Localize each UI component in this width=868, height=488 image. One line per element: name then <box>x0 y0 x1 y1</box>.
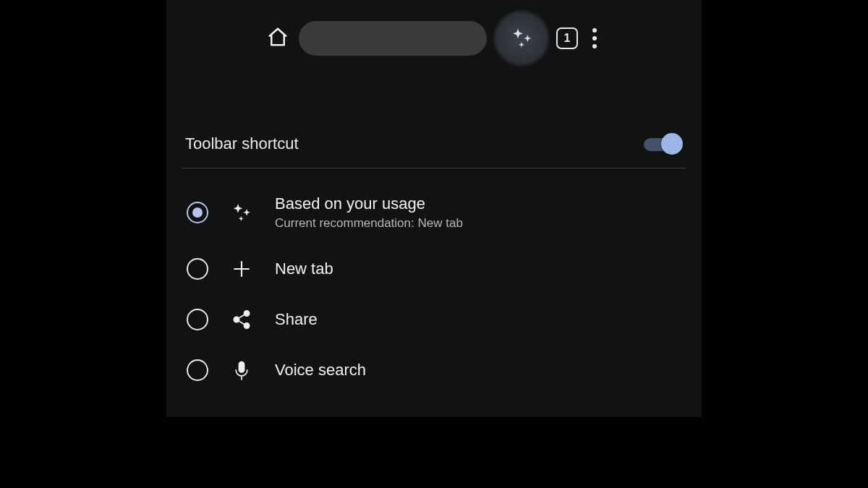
svg-point-4 <box>244 323 250 328</box>
svg-rect-7 <box>239 362 244 372</box>
mic-icon <box>227 358 256 382</box>
sparkle-icon <box>227 200 256 225</box>
option-based-on-usage[interactable]: Based on your usage Current recommendati… <box>182 181 686 244</box>
option-subtext: Current recommendation: New tab <box>275 216 463 231</box>
setting-title: Toolbar shortcut <box>185 134 299 153</box>
svg-line-5 <box>239 314 245 318</box>
browser-toolbar: 1 <box>166 13 702 64</box>
tab-count-value: 1 <box>564 32 571 45</box>
setting-row-toolbar-shortcut: Toolbar shortcut <box>182 129 686 168</box>
home-icon[interactable] <box>267 26 289 51</box>
sparkle-icon <box>507 24 536 53</box>
radio-unselected[interactable] <box>187 258 208 280</box>
toolbar-shortcut-highlight[interactable] <box>493 9 550 67</box>
stage: 1 Toolbar shortcut <box>0 0 868 488</box>
option-label: Share <box>275 310 318 329</box>
option-label: Based on your usage <box>275 194 463 213</box>
option-voice-search[interactable]: Voice search <box>182 345 686 395</box>
option-label: New tab <box>275 260 333 278</box>
overflow-menu-icon[interactable] <box>588 24 601 53</box>
option-new-tab[interactable]: New tab <box>182 244 686 294</box>
tab-switcher[interactable]: 1 <box>556 27 578 49</box>
phone-frame: 1 Toolbar shortcut <box>166 0 702 417</box>
svg-point-2 <box>244 311 250 316</box>
option-share[interactable]: Share <box>182 294 686 345</box>
radio-unselected[interactable] <box>187 359 208 381</box>
shortcut-options: Based on your usage Current recommendati… <box>182 181 686 395</box>
radio-selected[interactable] <box>187 202 208 223</box>
svg-line-6 <box>239 321 245 325</box>
settings-panel: Toolbar shortcut <box>166 129 702 417</box>
share-icon <box>227 307 256 332</box>
radio-unselected[interactable] <box>187 309 208 330</box>
plus-icon <box>227 257 256 281</box>
option-label: Voice search <box>275 361 366 380</box>
url-bar[interactable] <box>299 21 487 56</box>
toolbar-shortcut-toggle[interactable] <box>644 133 683 155</box>
